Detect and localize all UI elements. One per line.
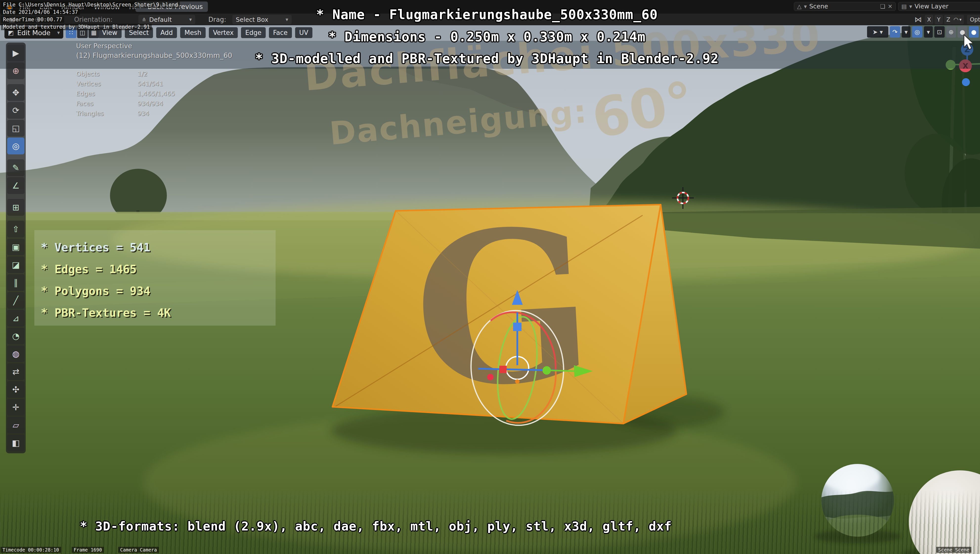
stats-label: Vertices — [76, 79, 137, 89]
tool-spin[interactable]: ◔ — [7, 327, 24, 345]
overlays-toggle[interactable]: ◎ — [912, 26, 923, 38]
stamp-scene: Scene Scene — [936, 547, 971, 553]
tent-letter: G — [408, 182, 598, 435]
stats-value: 541/541 — [137, 79, 163, 89]
tool-rip-region[interactable]: ◧ — [7, 434, 24, 451]
stats-row-objects: Objects1/2 — [76, 69, 232, 79]
stats-row-vertices: Vertices541/541 — [76, 79, 232, 89]
shading-wireframe[interactable]: ⊕ — [946, 26, 956, 38]
tool-push-pull[interactable]: ✛ — [7, 399, 24, 416]
formats-line: * 3D-formats: blend (2.9x), abc, dae, fb… — [80, 519, 672, 533]
gizmos-toggle[interactable]: ↷ — [890, 26, 900, 38]
viewport-header-right-icons: ➤ ▾↷▾◎▾⊡⊕●●◑ — [867, 26, 980, 38]
tool-edge-slide[interactable]: ⇄ — [7, 363, 24, 380]
gizmo-y-handle[interactable] — [542, 366, 551, 375]
axis-minus-z-ball[interactable] — [962, 78, 970, 86]
show-gizmo-dropdown[interactable]: ➤ ▾ — [867, 26, 888, 38]
scene-chevron-icon: ▾ — [804, 2, 807, 11]
tool-loop-cut[interactable]: ∥ — [7, 274, 24, 291]
falloff-dropdown[interactable]: ◠▾ — [951, 15, 964, 24]
orientation-dropdown[interactable]: ⋔ Default ▾ — [138, 15, 195, 24]
orientation-chevron-icon: ▾ — [189, 17, 192, 22]
info-line-2: * Polygons = 934 — [41, 280, 275, 302]
model-info-box: * Vertices = 541* Edges = 1465* Polygons… — [34, 230, 275, 326]
viewport-menu-vertex[interactable]: Vertex — [209, 27, 238, 38]
stamp-rendertime: RenderTime 00:00.77 — [1, 16, 64, 23]
active-object-label: (12) Flugmarkierungshaube_500x330mm_60 — [76, 51, 232, 60]
overlays-chevron[interactable]: ▾ — [924, 26, 933, 38]
mirror-x-toggle[interactable]: X — [925, 15, 933, 24]
tool-column: ▶⊕✥⟳◱◎✎∠⊞⇧▣◪∥╱⊿◔◍⇄✣✛▱◧ — [6, 43, 26, 453]
tool-annotate[interactable]: ✎ — [7, 159, 24, 176]
orientation-label: Orientation: — [74, 16, 113, 23]
stamp-camera: Camera Camera — [118, 547, 159, 553]
scene-name: Scene — [809, 2, 828, 11]
overlay-title-credit: * 3D-modelled and PBR-Textured by 3DHaup… — [255, 51, 719, 66]
viewport-stats: User Perspective (12) Flugmarkierungshau… — [76, 42, 232, 118]
stats-value: 1,465/1,465 — [137, 89, 175, 99]
view-layer-name: View Layer — [915, 2, 948, 11]
gizmo-x-handle[interactable] — [499, 366, 507, 373]
tool-knife[interactable]: ╱ — [7, 292, 24, 309]
tool-poly-build[interactable]: ⊿ — [7, 310, 24, 327]
drag-dropdown[interactable]: Select Box ▾ — [232, 15, 292, 24]
blender-window: G — [0, 0, 980, 554]
viewport-menu-uv[interactable]: UV — [295, 27, 313, 38]
gizmo-z-handle[interactable] — [513, 323, 522, 331]
view-layer-selector[interactable]: ▤ ▾ View Layer — [898, 2, 980, 11]
tool-move[interactable]: ✥ — [7, 84, 24, 101]
tool-extrude-region[interactable]: ⇧ — [7, 221, 24, 238]
mode-chevron-icon: ▾ — [57, 30, 60, 36]
view-perspective-label: User Perspective — [76, 42, 232, 50]
viewport-menu-face[interactable]: Face — [269, 27, 292, 38]
drag-label: Drag: — [208, 16, 226, 23]
tool-smooth[interactable]: ◍ — [7, 345, 24, 362]
mouse-cursor — [963, 34, 976, 51]
stats-row-edges: Edges1,465/1,465 — [76, 89, 232, 99]
stats-label: Edges — [76, 89, 137, 99]
mirror-axis-toggles: XYZ — [925, 15, 953, 24]
stamp-file: File C:\Users\Dennis Haupt\Desktop\Scree… — [1, 2, 180, 8]
viewport-menu-mesh[interactable]: Mesh — [180, 27, 205, 38]
viewport-menu-edge[interactable]: Edge — [241, 27, 266, 38]
stats-label: Faces — [76, 99, 137, 109]
tool-inset-faces[interactable]: ▣ — [7, 238, 24, 255]
tool-cursor[interactable]: ⊕ — [7, 62, 24, 79]
options-button[interactable]: Options — [967, 15, 980, 24]
view-layer-chevron-icon: ▾ — [909, 2, 912, 11]
info-line-3: * PBR-Textures = 4K — [41, 302, 275, 324]
tool-bevel[interactable]: ◪ — [7, 256, 24, 273]
gizmos-chevron[interactable]: ▾ — [902, 26, 910, 38]
stats-label: Objects — [76, 69, 137, 79]
tool-scale[interactable]: ◱ — [7, 120, 24, 137]
tool-measure[interactable]: ∠ — [7, 177, 24, 194]
tool-add-cube[interactable]: ⊞ — [7, 199, 24, 216]
stats-row-triangles: Triangles934 — [76, 109, 232, 118]
stamp-timecode: Timecode 00:00:28:10 — [0, 547, 61, 553]
stats-value: 934 — [137, 109, 149, 118]
tool-shear[interactable]: ▱ — [7, 417, 24, 434]
mirror-icon: ⋈ — [915, 15, 922, 24]
axis-icon: ⋔ — [142, 17, 146, 22]
view-layer-icon: ▤ — [901, 2, 907, 11]
mirror-y-toggle[interactable]: Y — [934, 15, 943, 24]
drag-chevron-icon: ▾ — [285, 17, 288, 22]
tool-transform[interactable]: ◎ — [7, 137, 24, 155]
xray-toggle[interactable]: ⊡ — [934, 26, 945, 38]
unlink-scene-icon[interactable]: ✕ — [888, 2, 892, 11]
scene-selector[interactable]: △ ▾ Scene ❏ ✕ — [794, 2, 896, 11]
gizmo-x-dot[interactable] — [487, 374, 493, 380]
info-line-1: * Edges = 1465 — [41, 258, 275, 280]
stats-row-faces: Faces934/934 — [76, 99, 232, 109]
scene-icon: △ — [797, 2, 802, 11]
tool-rotate[interactable]: ⟳ — [7, 102, 24, 119]
tool-select-box[interactable]: ▶ — [7, 45, 24, 61]
tool-shrink-fatten[interactable]: ✣ — [7, 381, 24, 398]
gizmo-y-axis — [551, 370, 576, 371]
viewport-menu-add[interactable]: Add — [156, 27, 177, 38]
new-scene-icon[interactable]: ❏ — [880, 2, 885, 11]
overlay-title-dimensions: * Dimensions - 0.250m x 0.330m x 0.214m — [328, 29, 645, 44]
stats-value: 934/934 — [137, 99, 163, 109]
info-line-0: * Vertices = 541 — [41, 236, 275, 258]
stamp-date: Date 2021/04/06 14:54:37 — [1, 9, 80, 15]
